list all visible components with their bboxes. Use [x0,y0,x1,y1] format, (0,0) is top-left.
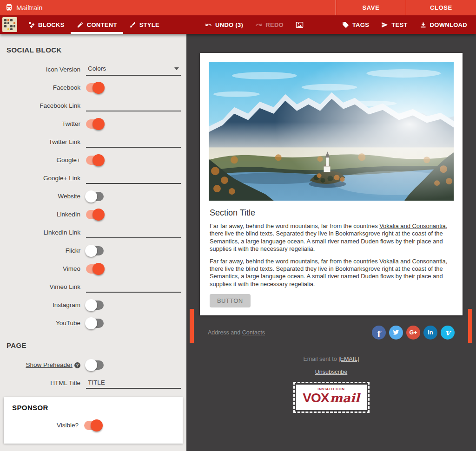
unsubscribe-link[interactable]: Unsubscribe [315,369,347,375]
linkedin-link-label: LinkedIn Link [6,229,80,236]
tab-blocks[interactable]: BLOCKS [22,15,71,34]
row-sponsor-visible: Visible? [11,419,175,431]
redo-button[interactable]: REDO [249,15,290,34]
sponsor-visible-label: Visible? [11,422,79,429]
row-instagram: Instagram [6,299,181,311]
instagram-label: Instagram [6,301,80,308]
sponsor-card: SPONSOR Visible? [4,397,183,444]
vimeo-icon[interactable]: v [441,326,455,340]
sponsor-heading: SPONSOR [12,404,175,412]
paper-plane-icon [381,21,388,28]
hero-lake-mountains-image[interactable] [209,62,454,201]
row-html-title: HTML Title [6,377,181,389]
block-selection-bar-left[interactable] [190,309,194,343]
youtube-label: YouTube [6,320,80,327]
facebook-icon[interactable]: f [372,326,386,340]
row-facebook: Facebook [6,81,181,94]
instagram-toggle[interactable] [86,301,104,310]
twitter-icon[interactable] [389,326,403,340]
google-plus-link-label: Google+ Link [6,175,80,182]
tag-icon [342,21,349,28]
html-title-input[interactable] [86,378,181,389]
google-plus-toggle[interactable] [86,156,104,165]
show-preheader-label[interactable]: Show Preheader? [6,361,80,368]
vimeo-link-input[interactable] [86,281,181,293]
settings-sidebar: SOCIAL BLOCK Icon VersionColorsFacebookF… [0,34,186,451]
vimeo-toggle[interactable] [86,264,104,274]
undo-icon [205,21,212,28]
voxmail-sponsor-badge[interactable]: INVIATO CON VOXmail [295,383,368,412]
show-preheader-help-icon[interactable]: ? [74,362,80,368]
paragraph-1[interactable]: Far far away, behind the word mountains,… [210,222,454,253]
download-button[interactable]: DOWNLOAD [414,15,473,34]
row-google-plus: Google+ [6,154,181,166]
row-linkedin-link: LinkedIn Link [6,226,181,239]
contacts-link[interactable]: Contacts [242,329,265,336]
email-preview-panel: Section Title Far far away, behind the w… [186,34,476,451]
address-line: Address and Contacts [208,329,265,336]
html-title-label: HTML Title [6,379,80,386]
email-footer-block[interactable]: Address and Contacts fG+inv [200,315,463,349]
test-button[interactable]: TEST [375,15,413,34]
cubes-icon [28,21,35,28]
email-body-block[interactable]: Section Title Far far away, behind the w… [200,53,463,315]
row-google-plus-link: Google+ Link [6,172,181,184]
sponsor-visible-toggle[interactable] [84,421,102,430]
row-show-preheader: Show Preheader? [6,359,181,371]
block-selection-bar-right[interactable] [468,309,472,343]
facebook-link-label: Facebook Link [6,102,80,109]
website-toggle[interactable] [86,192,104,201]
image-gallery-button[interactable] [290,15,310,34]
row-vimeo-link: Vimeo Link [6,281,181,293]
facebook-link-input[interactable] [86,100,181,111]
twitter-link-label: Twitter Link [6,138,80,145]
download-icon [420,21,427,28]
twitter-toggle[interactable] [86,119,104,129]
email-token-link[interactable]: [EMAIL] [338,356,359,362]
email-button-sample[interactable]: BUTTON [210,294,251,307]
close-button[interactable]: CLOSE [406,0,476,15]
youtube-toggle[interactable] [86,319,104,328]
row-vimeo: Vimeo [6,262,181,275]
google-plus-link-input[interactable] [86,173,181,184]
app-title: Mailtrain [16,4,43,12]
row-website: Website [6,190,181,203]
twitter-link-input[interactable] [86,137,181,148]
voxmail-logo: VOXmail [296,391,367,407]
facebook-toggle[interactable] [86,83,104,92]
top-app-bar: Mailtrain SAVE CLOSE [0,0,476,15]
undo-button[interactable]: UNDO (3) [199,15,249,34]
vimeo-label: Vimeo [6,265,80,272]
linkedin-link-input[interactable] [86,227,181,238]
paragraph-2[interactable]: Far far away, behind the word mountains,… [210,258,454,288]
linkedin-icon[interactable]: in [423,326,437,340]
icon-version-select[interactable]: Colors [86,64,181,76]
vokalia-link[interactable]: Vokalia and Consonantia [379,222,446,229]
tab-style[interactable]: STYLE [123,15,165,34]
pencil-icon [77,21,84,28]
twitter-label: Twitter [6,120,80,127]
flickr-toggle[interactable] [86,246,104,255]
linkedin-toggle[interactable] [86,210,104,219]
show-preheader-toggle[interactable] [86,360,104,370]
google-plus-icon[interactable]: G+ [406,326,420,340]
section-title[interactable]: Section Title [210,208,454,218]
row-flickr: Flickr [6,244,181,257]
brush-icon [129,21,136,28]
page-heading: PAGE [7,341,181,349]
save-button[interactable]: SAVE [336,0,406,15]
icon-version-label: Icon Version [6,66,80,73]
linkedin-label: LinkedIn [6,211,80,218]
flickr-label: Flickr [6,247,80,254]
row-facebook-link: Facebook Link [6,99,181,112]
facebook-label: Facebook [6,84,80,91]
image-icon [296,21,304,29]
tags-button[interactable]: TAGS [336,15,375,34]
website-label: Website [6,193,80,200]
row-twitter: Twitter [6,118,181,130]
chevron-down-icon [174,67,179,72]
redo-icon [255,21,262,28]
tab-content[interactable]: CONTENT [71,15,123,34]
app-brand: Mailtrain [0,0,336,15]
vimeo-link-label: Vimeo Link [6,283,80,290]
